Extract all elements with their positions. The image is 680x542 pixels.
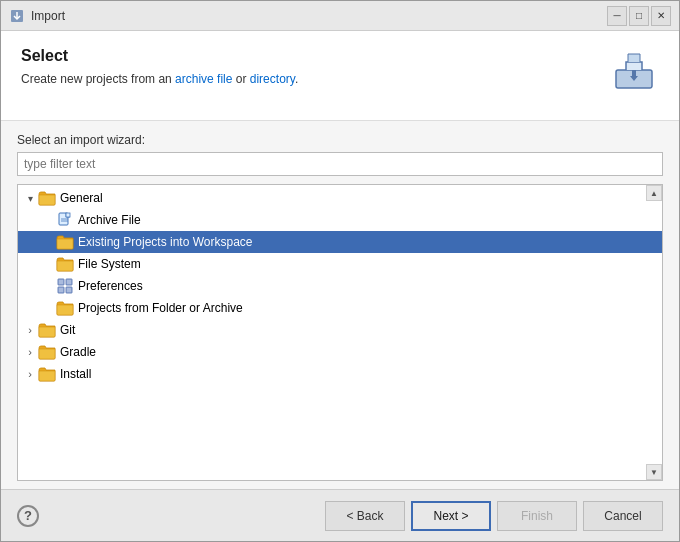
tree-item-install[interactable]: › Install bbox=[18, 363, 662, 385]
app-icon bbox=[9, 8, 25, 24]
svg-rect-7 bbox=[58, 279, 64, 285]
expand-icon-general: ▾ bbox=[22, 190, 38, 206]
doc-icon-archive bbox=[56, 212, 74, 228]
tree-label-projects-folder: Projects from Folder or Archive bbox=[78, 301, 243, 315]
toggle-icon-projects-folder bbox=[40, 300, 56, 316]
filter-label: Select an import wizard: bbox=[17, 133, 663, 147]
header-desc-part2: or bbox=[232, 72, 249, 86]
tree-item-preferences[interactable]: Preferences bbox=[18, 275, 662, 297]
tree-item-projects-from-folder[interactable]: Projects from Folder or Archive bbox=[18, 297, 662, 319]
dialog-body: Select Create new projects from an archi… bbox=[1, 31, 679, 489]
toggle-icon-archive bbox=[40, 212, 56, 228]
header-icon bbox=[609, 47, 659, 97]
folder-icon-general bbox=[38, 190, 56, 206]
tree-label-install: Install bbox=[60, 367, 91, 381]
button-group: < Back Next > Finish Cancel bbox=[325, 501, 663, 531]
import-wizard-icon bbox=[610, 48, 658, 96]
archive-file-link[interactable]: archive file bbox=[175, 72, 232, 86]
folder-icon-git bbox=[38, 322, 56, 338]
tree-item-general[interactable]: ▾ General bbox=[18, 187, 662, 209]
header-description: Create new projects from an archive file… bbox=[21, 71, 609, 88]
folder-icon-gradle bbox=[38, 344, 56, 360]
next-button[interactable]: Next > bbox=[411, 501, 491, 531]
tree-label-archive-file: Archive File bbox=[78, 213, 141, 227]
minimize-button[interactable]: ─ bbox=[607, 6, 627, 26]
scroll-down-button[interactable]: ▼ bbox=[646, 464, 662, 480]
tree-label-git: Git bbox=[60, 323, 75, 337]
expand-icon-gradle: › bbox=[22, 344, 38, 360]
folder-icon-filesystem bbox=[56, 256, 74, 272]
svg-rect-9 bbox=[58, 287, 64, 293]
header-desc-part1: Create new projects from an bbox=[21, 72, 175, 86]
grid-icon-preferences bbox=[56, 278, 74, 294]
titlebar-controls: ─ □ ✕ bbox=[607, 6, 671, 26]
finish-button[interactable]: Finish bbox=[497, 501, 577, 531]
tree-label-general: General bbox=[60, 191, 103, 205]
folder-icon-existing bbox=[56, 234, 74, 250]
svg-rect-4 bbox=[66, 213, 70, 217]
close-button[interactable]: ✕ bbox=[651, 6, 671, 26]
toggle-icon-filesystem bbox=[40, 256, 56, 272]
directory-link[interactable]: directory bbox=[250, 72, 295, 86]
filter-section: Select an import wizard: bbox=[1, 121, 679, 184]
maximize-button[interactable]: □ bbox=[629, 6, 649, 26]
header-text: Select Create new projects from an archi… bbox=[21, 47, 609, 88]
tree-item-git[interactable]: › Git bbox=[18, 319, 662, 341]
filter-input[interactable] bbox=[17, 152, 663, 176]
titlebar-title: Import bbox=[31, 9, 65, 23]
tree-item-gradle[interactable]: › Gradle bbox=[18, 341, 662, 363]
tree-item-file-system[interactable]: File System bbox=[18, 253, 662, 275]
toggle-icon-existing bbox=[40, 234, 56, 250]
svg-rect-10 bbox=[66, 287, 72, 293]
expand-icon-git: › bbox=[22, 322, 38, 338]
tree-label-existing-projects: Existing Projects into Workspace bbox=[78, 235, 253, 249]
tree-label-preferences: Preferences bbox=[78, 279, 143, 293]
svg-rect-8 bbox=[66, 279, 72, 285]
header-desc-part3: . bbox=[295, 72, 298, 86]
titlebar-left: Import bbox=[9, 8, 65, 24]
back-button[interactable]: < Back bbox=[325, 501, 405, 531]
tree-inner[interactable]: ▾ General bbox=[18, 185, 662, 480]
bottom-bar: ? < Back Next > Finish Cancel bbox=[1, 489, 679, 541]
titlebar: Import ─ □ ✕ bbox=[1, 1, 679, 31]
header-area: Select Create new projects from an archi… bbox=[1, 31, 679, 121]
cancel-button[interactable]: Cancel bbox=[583, 501, 663, 531]
tree-label-file-system: File System bbox=[78, 257, 141, 271]
folder-icon-install bbox=[38, 366, 56, 382]
tree-label-gradle: Gradle bbox=[60, 345, 96, 359]
folder-icon-projects-folder bbox=[56, 300, 74, 316]
help-button[interactable]: ? bbox=[17, 505, 39, 527]
header-title: Select bbox=[21, 47, 609, 65]
tree-item-archive-file[interactable]: Archive File bbox=[18, 209, 662, 231]
toggle-icon-preferences bbox=[40, 278, 56, 294]
expand-icon-install: › bbox=[22, 366, 38, 382]
tree-item-existing-projects[interactable]: Existing Projects into Workspace bbox=[18, 231, 662, 253]
tree-container: ▾ General bbox=[17, 184, 663, 481]
scroll-up-button[interactable]: ▲ bbox=[646, 185, 662, 201]
